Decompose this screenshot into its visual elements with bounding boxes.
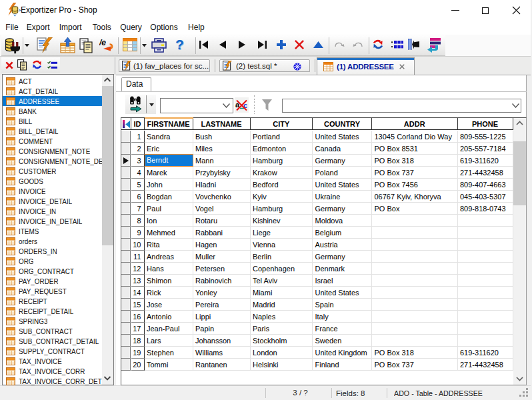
svg-text:/e: /e	[99, 38, 106, 47]
